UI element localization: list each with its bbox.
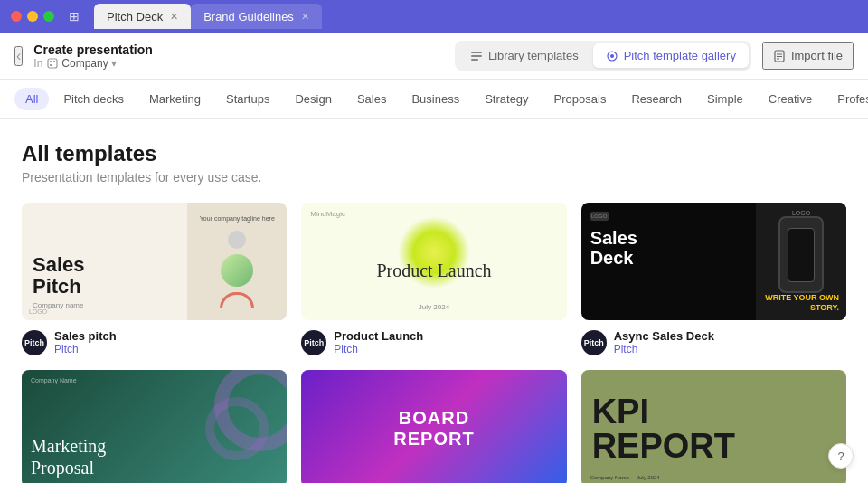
template-thumb-board-report: BOARDREPORT (301, 370, 566, 483)
filter-business[interactable]: Business (401, 88, 470, 110)
filter-bar: All Pitch decks Marketing Startups Desig… (0, 80, 868, 119)
tab-pitch-deck[interactable]: Pitch Deck ✕ (94, 4, 191, 29)
pl-main-text: Product Launch (376, 260, 491, 281)
library-icon (470, 50, 483, 62)
asd-left: LOGO SalesDeck (581, 203, 756, 320)
template-meta-async-sales: Pitch Async Sales Deck Pitch (581, 329, 846, 355)
fullscreen-traffic-light[interactable] (43, 11, 54, 22)
br-title: BOARDREPORT (393, 408, 474, 450)
template-card-board-report[interactable]: BOARDREPORT Pitch Board Report Pitch (301, 370, 566, 483)
kpi-footer: Company NameJuly 2024 (590, 475, 660, 480)
company-icon (46, 57, 59, 70)
traffic-lights (11, 11, 54, 22)
template-meta-sales-pitch: Pitch Sales pitch Pitch (22, 329, 287, 355)
kpi-title: KPIREPORT (592, 394, 735, 463)
template-card-async-sales[interactable]: LOGO SalesDeck LOGO WRITE YOUR OWN STORY… (581, 203, 846, 355)
asd-logo-badge: LOGO (792, 210, 810, 216)
template-author-async-sales: Pitch (614, 343, 714, 355)
tab-brand-guidelines-close[interactable]: ✕ (301, 11, 309, 23)
library-templates-button[interactable]: Library templates (458, 43, 591, 68)
svg-rect-2 (53, 61, 55, 62)
template-card-product-launch[interactable]: Product Launch July 2024 MindMagic Pitch… (301, 203, 566, 355)
template-thumb-kpi-report: KPIREPORT Company NameJuly 2024 (581, 370, 846, 483)
svg-rect-5 (471, 55, 482, 57)
template-avatar-sales-pitch: Pitch (22, 330, 47, 355)
mp-title: MarketingProposal (31, 435, 106, 478)
template-thumb-product-launch: Product Launch July 2024 MindMagic (301, 203, 566, 320)
ssp-dot-icon (228, 231, 246, 249)
ssp-main-title: SalesPitch (33, 254, 176, 298)
pl-date: July 2024 (419, 303, 449, 311)
ssp-right: Your company tagline here (187, 203, 287, 320)
pitch-template-gallery-button[interactable]: Pitch template gallery (593, 43, 749, 68)
ssp-logo: LOGO (29, 308, 47, 315)
template-avatar-product-launch: Pitch (301, 330, 326, 355)
main-content: All templates Presentation templates for… (0, 119, 868, 483)
svg-rect-6 (471, 59, 478, 61)
help-button[interactable]: ? (828, 443, 854, 469)
section-title: All templates (22, 141, 846, 166)
filter-simple[interactable]: Simple (696, 88, 754, 110)
tab-pitch-deck-close[interactable]: ✕ (170, 11, 178, 23)
filter-marketing[interactable]: Marketing (138, 88, 212, 110)
filter-proposals[interactable]: Proposals (543, 88, 618, 110)
filter-strategy[interactable]: Strategy (474, 88, 539, 110)
close-traffic-light[interactable] (11, 11, 22, 22)
minimize-traffic-light[interactable] (27, 11, 38, 22)
filter-sales[interactable]: Sales (346, 88, 398, 110)
template-thumb-async-sales: LOGO SalesDeck LOGO WRITE YOUR OWN STORY… (581, 203, 846, 320)
mp-company: Company Name (31, 377, 77, 384)
ssp-company: Company name (33, 301, 176, 309)
asd-phone-icon (778, 216, 824, 293)
template-info-sales-pitch: Sales pitch Pitch (54, 329, 117, 355)
create-info: Create presentation In Company ▾ (33, 43, 152, 70)
pl-brand: MindMagic (310, 210, 345, 218)
template-card-kpi-report[interactable]: KPIREPORT Company NameJuly 2024 Pitch KP… (581, 370, 846, 483)
toolbar: ‹ Create presentation In Company ▾ Libra… (0, 33, 868, 80)
ssp-tagline: Your company tagline here (200, 215, 275, 222)
asd-right: LOGO WRITE YOUR OWN STORY. (756, 203, 846, 320)
svg-rect-3 (50, 64, 52, 66)
template-card-marketing-proposal[interactable]: Company Name MarketingProposal Pitch Mar… (22, 370, 287, 483)
ssp-circle-icon (221, 254, 253, 287)
template-meta-product-launch: Pitch Product Launch Pitch (301, 329, 566, 355)
gallery-icon (606, 50, 618, 62)
mp-circle2 (205, 397, 269, 460)
filter-creative[interactable]: Creative (758, 88, 823, 110)
tab-brand-guidelines-label: Brand Guidelines (203, 10, 294, 24)
template-author-product-launch: Pitch (334, 343, 423, 355)
section-subtitle: Presentation templates for every use cas… (22, 170, 846, 185)
tab-pitch-deck-label: Pitch Deck (107, 10, 163, 24)
svg-rect-1 (50, 61, 52, 62)
template-switcher: Library templates Pitch template gallery (455, 41, 751, 71)
template-info-async-sales: Async Sales Deck Pitch (614, 329, 714, 355)
filter-professional[interactable]: Professional (826, 88, 868, 110)
ssp-arch-icon (220, 292, 254, 308)
template-thumb-sales-pitch: SalesPitch Company name LOGO Your compan… (22, 203, 287, 320)
filter-all[interactable]: All (14, 88, 49, 110)
template-card-sales-pitch[interactable]: SalesPitch Company name LOGO Your compan… (22, 203, 287, 355)
filter-startups[interactable]: Startups (215, 88, 280, 110)
svg-rect-4 (471, 52, 482, 53)
asd-title: SalesDeck (590, 228, 747, 268)
asd-logo: LOGO (590, 212, 609, 221)
filter-pitch-decks[interactable]: Pitch decks (52, 88, 134, 110)
import-file-button[interactable]: Import file (762, 42, 854, 70)
templates-grid: SalesPitch Company name LOGO Your compan… (22, 203, 846, 483)
grid-icon[interactable]: ⊞ (69, 9, 80, 24)
template-info-product-launch: Product Launch Pitch (334, 329, 423, 355)
asd-write: WRITE YOUR OWN STORY. (763, 293, 839, 313)
back-button[interactable]: ‹ (14, 46, 23, 66)
filter-design[interactable]: Design (284, 88, 342, 110)
template-thumb-marketing-proposal: Company Name MarketingProposal (22, 370, 287, 483)
tab-brand-guidelines[interactable]: Brand Guidelines ✕ (191, 4, 322, 29)
tab-bar: Pitch Deck ✕ Brand Guidelines ✕ (94, 4, 322, 29)
svg-rect-0 (48, 59, 57, 68)
template-name-product-launch: Product Launch (334, 329, 423, 343)
template-avatar-async-sales: Pitch (581, 330, 607, 355)
filter-research[interactable]: Research (620, 88, 693, 110)
create-title: Create presentation (33, 43, 152, 57)
template-name-sales-pitch: Sales pitch (54, 329, 117, 343)
import-icon (773, 50, 786, 62)
template-author-sales-pitch: Pitch (54, 343, 117, 355)
